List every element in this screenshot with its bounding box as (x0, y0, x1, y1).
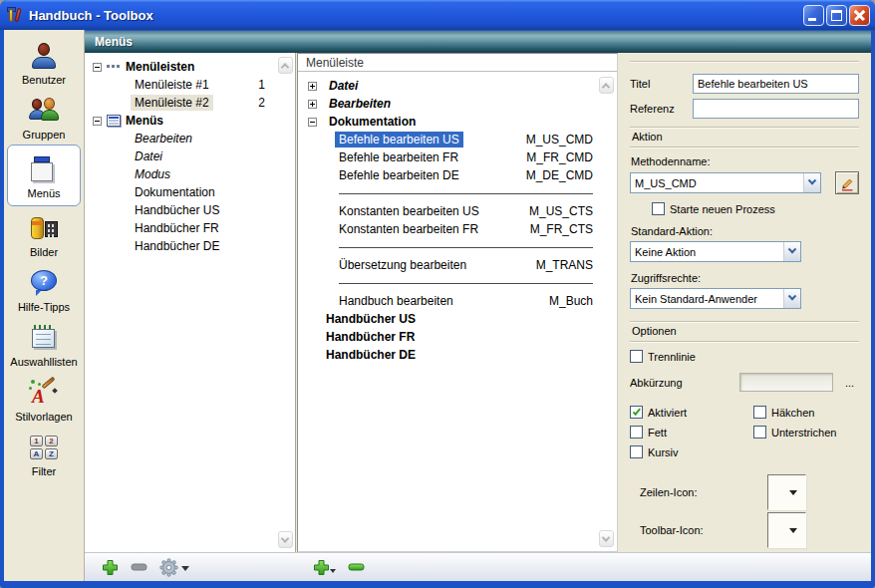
scroll-down-button[interactable] (278, 531, 293, 548)
settings-button[interactable] (159, 558, 189, 577)
menu-window-icon (30, 156, 58, 182)
sidebar-item-auswahllisten[interactable]: Auswahllisten (7, 317, 81, 371)
menu-item-handbuch[interactable]: Handbuch bearbeiten M_Buch (298, 292, 617, 310)
row-number: 1 (258, 78, 265, 92)
page-title: Menüs (85, 30, 871, 53)
remove-menubar-button-disabled[interactable] (131, 562, 147, 572)
tree-item-modus[interactable]: Modus (85, 165, 295, 183)
tree-item-menueleiste-1[interactable]: Menüleiste #1 1 (85, 76, 295, 94)
zugriffsrechte-dropdown[interactable]: Kein Standard-Anwender (630, 288, 801, 309)
abkuerzung-more-button[interactable]: ... (845, 377, 854, 389)
menu-item-konstanten-fr[interactable]: Konstanten bearbeiten FR M_FR_CTS (298, 220, 617, 238)
sidebar-item-label: Gruppen (23, 129, 66, 141)
haekchen-checkbox[interactable] (753, 406, 766, 419)
menu-scrollbar[interactable] (598, 77, 614, 547)
menu-group-dokumentation[interactable]: Dokumentation (298, 113, 617, 131)
trennlinie-checkbox[interactable] (630, 350, 643, 363)
menu-list-icon (107, 115, 121, 127)
zugriffsrechte-label: Zugriffsrechte: (631, 272, 859, 284)
kursiv-checkbox[interactable] (630, 445, 643, 458)
abkuerzung-label: Abkürzung (630, 377, 739, 389)
tree-scrollbar[interactable] (277, 57, 293, 548)
properties-panel: Titel Befehle bearbeiten US Referenz Akt… (618, 53, 871, 552)
tree-item-handbuecher-us[interactable]: Handbücher US (85, 201, 295, 219)
tree-item-handbuecher-de[interactable]: Handbücher DE (85, 237, 295, 255)
tree-item-menueleiste-2[interactable]: Menüleiste #2 2 (85, 94, 295, 112)
maximize-button[interactable] (826, 5, 847, 26)
sidebar-item-hilfe-tipps[interactable]: ? Hilfe-Tipps (7, 262, 81, 316)
titel-input[interactable]: Befehle bearbeiten US (693, 74, 859, 94)
sidebar-item-label: Menüs (27, 187, 60, 199)
method-code: M_TRANS (536, 258, 593, 272)
menu-item-befehle-fr[interactable]: Befehle bearbeiten FR M_FR_CMD (298, 148, 617, 166)
zeilen-icon-dropdown[interactable] (767, 474, 806, 510)
menu-bars-tree-panel: Menüleisten Menüleiste #1 1 Menüleiste #… (85, 53, 296, 552)
menu-group-datei[interactable]: Datei (298, 77, 617, 95)
fett-checkbox[interactable] (630, 426, 643, 439)
titel-label: Titel (630, 78, 693, 90)
scroll-down-button[interactable] (599, 530, 614, 547)
referenz-input[interactable] (693, 99, 859, 119)
tree-item-menues[interactable]: Menüs (85, 112, 295, 130)
tree-item-handbuecher-fr[interactable]: Handbücher FR (85, 219, 295, 237)
plus-icon (313, 559, 330, 576)
menu-item-konstanten-us[interactable]: Konstanten bearbeiten US M_US_CTS (298, 202, 617, 220)
menu-rows: Datei Bearbeiten Dokumentation Befehle b… (298, 72, 617, 551)
sidebar-item-bilder[interactable]: Bilder (7, 207, 81, 261)
method-code: M_FR_CMD (526, 150, 593, 164)
scroll-up-button[interactable] (599, 77, 614, 94)
app-window: Handbuch - Toolbox Benutzer Gruppen Menü… (0, 0, 875, 588)
pencil-icon (839, 175, 855, 191)
collapse-icon[interactable] (308, 118, 317, 127)
toolbar-icon-dropdown[interactable] (767, 512, 806, 548)
caret-down-icon (181, 566, 189, 571)
main-area: Menüs Menüleisten Menüleiste #1 1 Menüle… (85, 30, 871, 581)
tree-item-menueleisten[interactable]: Menüleisten (85, 58, 295, 76)
sidebar-item-stilvorlagen[interactable]: A Stilvorlagen (7, 372, 81, 426)
standard-aktion-label: Standard-Aktion: (631, 225, 859, 237)
optionen-section-header: Optionen (630, 321, 859, 342)
remove-menu-entry-button[interactable] (348, 562, 365, 572)
sidebar-item-filter[interactable]: 12AZ Filter (7, 427, 81, 480)
menu-top-handbuecher-de[interactable]: Handbücher DE (298, 346, 617, 364)
edit-method-button[interactable] (835, 171, 859, 194)
collapse-icon[interactable] (93, 63, 102, 72)
expand-icon[interactable] (308, 100, 317, 109)
add-menubar-button[interactable] (102, 559, 119, 576)
close-button[interactable] (849, 5, 870, 26)
starte-prozess-checkbox[interactable] (652, 202, 665, 215)
app-body: Benutzer Gruppen Menüs Bilder ? Hilfe-Ti… (4, 30, 871, 581)
sidebar-item-benutzer[interactable]: Benutzer (7, 35, 81, 89)
expand-icon[interactable] (308, 82, 317, 91)
menu-top-handbuecher-us[interactable]: Handbücher US (298, 310, 617, 328)
collapse-icon[interactable] (93, 117, 102, 126)
menu-item-befehle-de[interactable]: Befehle bearbeiten DE M_DE_CMD (298, 166, 617, 184)
menu-item-uebersetzung[interactable]: Übersetzung bearbeiten M_TRANS (298, 256, 617, 274)
sidebar-item-menues[interactable]: Menüs (7, 145, 81, 206)
chevron-up-icon (602, 83, 610, 91)
minimize-button[interactable] (803, 5, 824, 26)
menu-group-bearbeiten[interactable]: Bearbeiten (298, 95, 617, 113)
chevron-down-icon (602, 533, 610, 541)
unterstrichen-checkbox[interactable] (753, 426, 766, 439)
titlebar: Handbuch - Toolbox (0, 0, 875, 30)
tree-item-bearbeiten[interactable]: Bearbeiten (85, 130, 295, 147)
scroll-up-button[interactable] (278, 57, 293, 74)
standard-aktion-dropdown[interactable]: Keine Aktion (630, 241, 801, 262)
menu-item-befehle-us[interactable]: Befehle bearbeiten US M_US_CMD (298, 131, 617, 148)
sidebar-item-gruppen[interactable]: Gruppen (7, 90, 81, 144)
method-code: M_DE_CMD (526, 168, 593, 182)
toolbox-app-icon (6, 6, 24, 24)
methodenname-dropdown[interactable]: M_US_CMD (630, 172, 821, 193)
tree-item-dokumentation[interactable]: Dokumentation (85, 183, 295, 201)
tree-item-datei[interactable]: Datei (85, 147, 295, 165)
gear-icon (159, 558, 178, 577)
aktiviert-checkbox[interactable] (630, 406, 643, 419)
caret-down-icon (330, 569, 336, 573)
film-icon (29, 215, 59, 241)
add-menu-entry-button[interactable] (313, 559, 336, 576)
minus-icon (348, 562, 365, 572)
menu-top-handbuecher-fr[interactable]: Handbücher FR (298, 328, 617, 346)
chevron-down-icon (803, 173, 820, 192)
sidebar-item-label: Stilvorlagen (15, 411, 72, 423)
